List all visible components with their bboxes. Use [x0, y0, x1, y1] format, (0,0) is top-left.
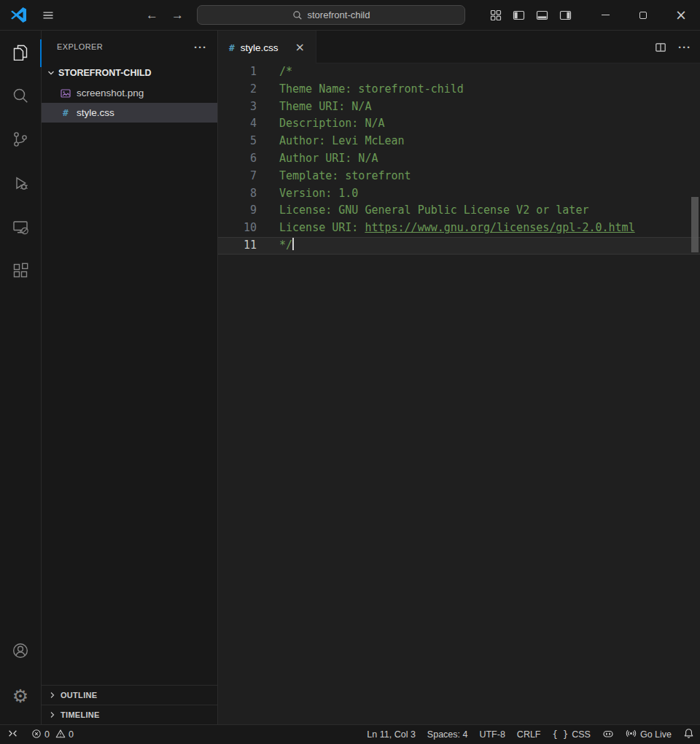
code-line[interactable]: 6Author URI: N/A: [218, 150, 700, 168]
cursor-caret: [292, 238, 294, 250]
command-center-text: storefront-child: [308, 9, 370, 20]
code-line-current[interactable]: 11*/: [218, 237, 700, 255]
code-text: */: [279, 239, 292, 252]
root-folder-row[interactable]: STOREFRONT-CHILD: [42, 63, 217, 83]
code-text: Author: Levi McLean: [279, 133, 405, 150]
toggle-secondary-sidebar-icon[interactable]: [559, 9, 572, 21]
code-text: License URI:: [279, 221, 365, 234]
code-text: Theme URI: N/A: [279, 98, 371, 116]
chevron-right-icon: [47, 710, 58, 720]
minimize-button[interactable]: [586, 0, 624, 30]
bell-icon: [683, 728, 694, 741]
code-line[interactable]: 3Theme URI: N/A: [218, 98, 700, 116]
line-number[interactable]: 7: [218, 168, 257, 185]
line-number[interactable]: 10: [218, 220, 257, 237]
forward-button[interactable]: →: [171, 8, 184, 23]
chevron-down-icon: [46, 68, 56, 78]
accounts-button[interactable]: [0, 633, 42, 671]
file-name: screenshot.png: [77, 88, 144, 98]
line-number[interactable]: 6: [218, 150, 257, 168]
file-row-style-css[interactable]: # style.css: [42, 103, 217, 123]
code-line[interactable]: 10License URI: https://www.gnu.org/licen…: [218, 220, 700, 237]
code-line[interactable]: 9License: GNU General Public License V2 …: [218, 202, 700, 220]
indentation-button[interactable]: Spaces: 4: [421, 725, 474, 744]
menu-icon[interactable]: [39, 7, 57, 24]
error-count: 0: [44, 729, 50, 740]
explorer-activity-button[interactable]: [0, 34, 42, 72]
extensions-activity-button[interactable]: [0, 253, 42, 291]
extensions-icon: [12, 262, 29, 282]
copilot-status-button[interactable]: [596, 725, 620, 744]
code-line[interactable]: 5Author: Levi McLean: [218, 133, 700, 150]
file-row-screenshot-png[interactable]: screenshot.png: [42, 83, 217, 103]
error-icon: [31, 729, 42, 741]
outline-section-label: OUTLINE: [61, 691, 97, 700]
line-number[interactable]: 9: [218, 202, 257, 220]
activity-bar: ⚙: [0, 31, 42, 724]
code-text: Author URI: N/A: [279, 150, 378, 168]
settings-button[interactable]: ⚙: [0, 677, 42, 715]
notifications-button[interactable]: [677, 725, 700, 744]
url-link[interactable]: https://www.gnu.org/licenses/gpl-2.0.htm…: [365, 221, 634, 234]
problems-button[interactable]: 0 0: [26, 725, 82, 744]
css-file-icon: #: [60, 107, 71, 119]
search-icon: [12, 87, 29, 107]
outline-section-header[interactable]: OUTLINE: [42, 685, 217, 705]
line-number[interactable]: 4: [218, 115, 257, 133]
code-text: Theme Name: storefront-child: [279, 81, 464, 98]
close-tab-button[interactable]: ×: [293, 41, 307, 54]
close-window-button[interactable]: ×: [662, 0, 700, 30]
timeline-section-header[interactable]: TIMELINE: [42, 705, 217, 724]
css-file-icon: #: [229, 42, 235, 53]
sidebar-title: EXPLORER: [57, 42, 103, 51]
editor-more-actions-button[interactable]: ···: [678, 42, 691, 53]
editor-scrollbar[interactable]: [691, 197, 699, 252]
line-number[interactable]: 8: [218, 185, 257, 203]
run-and-debug-activity-button[interactable]: [0, 166, 42, 204]
remote-indicator-button[interactable]: [0, 725, 26, 744]
explorer-more-actions-button[interactable]: ···: [194, 42, 207, 53]
editor-group: # style.css × ··· 1/* 2Theme Name: store…: [218, 31, 700, 724]
vscode-window: ← → storefront-child: [0, 0, 700, 744]
remote-explorer-icon: [12, 218, 29, 239]
line-number[interactable]: 2: [218, 81, 257, 98]
command-center-search[interactable]: storefront-child: [197, 5, 465, 25]
tab-bar: # style.css × ···: [218, 31, 700, 63]
toggle-primary-sidebar-icon[interactable]: [513, 9, 525, 21]
toggle-panel-icon[interactable]: [536, 9, 548, 21]
line-number[interactable]: 11: [218, 237, 257, 255]
search-activity-button[interactable]: [0, 78, 42, 116]
code-line[interactable]: 4Description: N/A: [218, 115, 700, 133]
go-live-label: Go Live: [640, 729, 672, 740]
code-text: Template: storefront: [279, 168, 411, 185]
line-number[interactable]: 5: [218, 133, 257, 150]
eol-button[interactable]: CRLF: [511, 725, 547, 744]
customize-layout-icon[interactable]: [490, 9, 502, 21]
split-editor-icon[interactable]: [655, 42, 666, 53]
go-live-button[interactable]: Go Live: [620, 725, 677, 744]
line-number[interactable]: 3: [218, 98, 257, 116]
code-line[interactable]: 2Theme Name: storefront-child: [218, 81, 700, 98]
title-bar: ← → storefront-child: [0, 0, 700, 31]
cursor-position-button[interactable]: Ln 11, Col 3: [361, 725, 421, 744]
maximize-button[interactable]: [624, 0, 662, 30]
code-editor[interactable]: 1/* 2Theme Name: storefront-child 3Theme…: [218, 63, 700, 724]
remote-explorer-activity-button[interactable]: [0, 209, 42, 247]
code-line[interactable]: 7Template: storefront: [218, 168, 700, 185]
encoding-button[interactable]: UTF-8: [473, 725, 510, 744]
source-control-activity-button[interactable]: [0, 122, 42, 160]
tab-style-css[interactable]: # style.css ×: [218, 31, 316, 64]
line-number[interactable]: 1: [218, 63, 257, 81]
gear-icon: ⚙: [12, 687, 28, 705]
warning-count: 0: [69, 729, 74, 740]
code-text: License: GNU General Public License V2 o…: [279, 202, 588, 220]
file-name: style.css: [77, 107, 114, 118]
timeline-section-label: TIMELINE: [61, 710, 100, 719]
root-folder-label: STOREFRONT-CHILD: [58, 68, 152, 78]
back-button[interactable]: ←: [146, 8, 158, 23]
language-mode-button[interactable]: { } CSS: [547, 725, 596, 744]
code-line[interactable]: 1/*: [218, 63, 700, 81]
copilot-icon: [602, 728, 614, 742]
code-line[interactable]: 8Version: 1.0: [218, 185, 700, 203]
tab-label: style.css: [241, 42, 279, 53]
